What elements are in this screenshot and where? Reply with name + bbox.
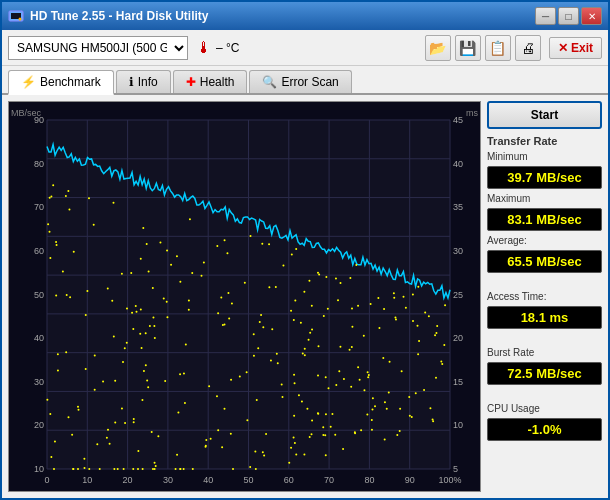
burst-rate-section: Burst Rate 72.5 MB/sec — [487, 347, 602, 385]
tab-info[interactable]: ℹ Info — [116, 70, 171, 93]
temperature-display: 🌡 – °C — [196, 39, 239, 57]
chart-canvas — [9, 102, 480, 491]
access-time-section: Access Time: 18.1 ms — [487, 291, 602, 329]
tab-errorscan[interactable]: 🔍 Error Scan — [249, 70, 351, 93]
save-button[interactable]: 💾 — [455, 35, 481, 61]
minimum-value: 39.7 MB/sec — [487, 166, 602, 189]
main-area: MB/sec ms Start Transfer Rate Minimum 39… — [2, 95, 608, 498]
health-tab-label: Health — [200, 75, 235, 89]
errorscan-tab-label: Error Scan — [281, 75, 338, 89]
average-label: Average: — [487, 235, 602, 246]
copy-button[interactable]: 📋 — [485, 35, 511, 61]
tab-health[interactable]: ✚ Health — [173, 70, 248, 93]
window-title: HD Tune 2.55 - Hard Disk Utility — [30, 9, 529, 23]
maximum-value: 83.1 MB/sec — [487, 208, 602, 231]
benchmark-chart: MB/sec ms — [8, 101, 481, 492]
exit-label: Exit — [571, 41, 593, 55]
tab-bar: ⚡ Benchmark ℹ Info ✚ Health 🔍 Error Scan — [2, 66, 608, 95]
svg-point-2 — [19, 18, 22, 21]
maximize-button[interactable]: □ — [558, 7, 579, 25]
print-button[interactable]: 🖨 — [515, 35, 541, 61]
minimum-label: Minimum — [487, 151, 602, 162]
burst-rate-label: Burst Rate — [487, 347, 602, 358]
access-time-label: Access Time: — [487, 291, 602, 302]
window-controls: ─ □ ✕ — [535, 7, 602, 25]
drive-select[interactable]: SAMSUNG HM500JI (500 GB) — [8, 36, 188, 60]
temperature-value: – °C — [216, 41, 239, 55]
average-value: 65.5 MB/sec — [487, 250, 602, 273]
access-time-value: 18.1 ms — [487, 306, 602, 329]
toolbar-icons: 📂 💾 📋 🖨 — [425, 35, 541, 61]
stats-sidebar: Start Transfer Rate Minimum 39.7 MB/sec … — [487, 101, 602, 492]
health-tab-icon: ✚ — [186, 75, 196, 89]
main-window: HD Tune 2.55 - Hard Disk Utility ─ □ ✕ S… — [0, 0, 610, 500]
close-button[interactable]: ✕ — [581, 7, 602, 25]
benchmark-tab-label: Benchmark — [40, 75, 101, 89]
exit-x-icon: ✕ — [558, 41, 568, 55]
info-tab-label: Info — [138, 75, 158, 89]
maximum-label: Maximum — [487, 193, 602, 204]
transfer-rate-section: Transfer Rate Minimum 39.7 MB/sec Maximu… — [487, 135, 602, 273]
start-button[interactable]: Start — [487, 101, 602, 129]
open-button[interactable]: 📂 — [425, 35, 451, 61]
app-icon — [8, 8, 24, 24]
cpu-usage-label: CPU Usage — [487, 403, 602, 414]
info-tab-icon: ℹ — [129, 75, 134, 89]
exit-button[interactable]: ✕ Exit — [549, 37, 602, 59]
thermometer-icon: 🌡 — [196, 39, 212, 57]
toolbar: SAMSUNG HM500JI (500 GB) 🌡 – °C 📂 💾 📋 🖨 … — [2, 30, 608, 66]
title-bar: HD Tune 2.55 - Hard Disk Utility ─ □ ✕ — [2, 2, 608, 30]
benchmark-tab-icon: ⚡ — [21, 75, 36, 89]
cpu-usage-section: CPU Usage -1.0% — [487, 403, 602, 441]
tab-benchmark[interactable]: ⚡ Benchmark — [8, 70, 114, 95]
transfer-rate-label: Transfer Rate — [487, 135, 602, 147]
burst-rate-value: 72.5 MB/sec — [487, 362, 602, 385]
cpu-usage-value: -1.0% — [487, 418, 602, 441]
minimize-button[interactable]: ─ — [535, 7, 556, 25]
errorscan-tab-icon: 🔍 — [262, 75, 277, 89]
